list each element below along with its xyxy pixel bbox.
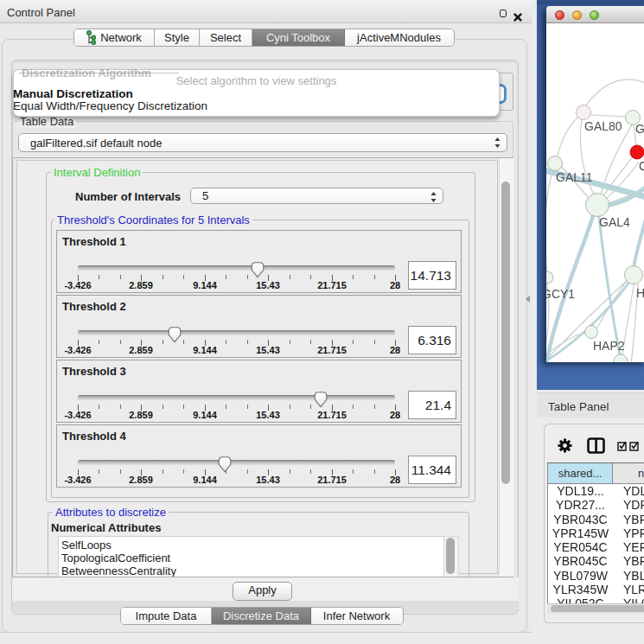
svg-text:GCY1: GCY1 (546, 287, 575, 301)
svg-text:GAL4: GAL4 (599, 215, 630, 229)
svg-text:GAL80: GAL80 (584, 119, 622, 133)
svg-text:H: H (636, 286, 644, 300)
svg-text:HAP2: HAP2 (593, 339, 625, 353)
svg-text:GA: GA (635, 122, 644, 136)
svg-text:GAL11: GAL11 (556, 170, 593, 184)
svg-text:C: C (639, 159, 644, 173)
